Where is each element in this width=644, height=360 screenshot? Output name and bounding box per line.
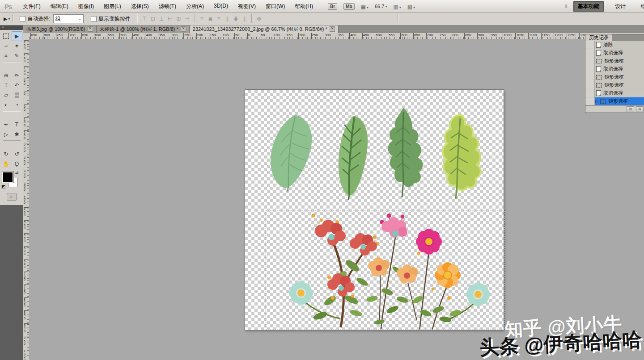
- menu-item[interactable]: 视图(V): [233, 1, 261, 12]
- workspace-button[interactable]: 设计: [611, 1, 630, 12]
- smudge-tool[interactable]: ◐: [1, 100, 12, 110]
- menu-item[interactable]: 窗口(W): [261, 1, 290, 12]
- document-tab[interactable]: 23241023_134932772000_2.jpg @ 66.7% (图层 …: [190, 25, 339, 33]
- new-document-from-state-button[interactable]: ▤: [627, 106, 634, 112]
- view-extras-button[interactable]: ▦▾: [361, 2, 369, 10]
- distribute-bottom-edges-icon[interactable]: ≡: [215, 15, 223, 22]
- new-snapshot-button[interactable]: ⊞: [636, 106, 644, 112]
- arrange-documents-button[interactable]: ▥▾: [393, 2, 401, 10]
- history-brush-tool[interactable]: ↶: [12, 80, 22, 90]
- workspace-button[interactable]: 基本功能: [573, 1, 604, 12]
- history-state-row[interactable]: 矩形选框: [585, 81, 644, 89]
- ruler-tick-label: 2 5 0: [24, 156, 29, 166]
- distribute-vertical-centers-icon[interactable]: ≣: [207, 15, 214, 22]
- screen-mode-button[interactable]: ▧▾: [407, 2, 415, 10]
- align-bottom-edges-icon[interactable]: ⊥: [158, 15, 165, 22]
- document-canvas[interactable]: [245, 89, 504, 331]
- history-state-row[interactable]: 取消选择: [585, 49, 644, 57]
- history-state-row[interactable]: 清除: [585, 41, 644, 49]
- brush-tool[interactable]: ✏: [12, 71, 22, 80]
- history-state-row[interactable]: 取消选择: [585, 89, 644, 97]
- history-state-row[interactable]: 取消选择: [585, 65, 644, 73]
- history-state-row[interactable]: ▷矩形选框: [585, 97, 644, 105]
- lasso-tool[interactable]: ∽: [1, 41, 12, 51]
- type-tool[interactable]: T: [12, 120, 22, 130]
- history-panel-tab[interactable]: 历史记录: [585, 34, 612, 41]
- auto-align-layers-icon[interactable]: ⊛: [255, 15, 263, 22]
- document-tab[interactable]: 临摹3.jpg @ 100%(RGB/8)×: [23, 25, 97, 33]
- show-transform-controls-checkbox[interactable]: [91, 16, 97, 22]
- pen-tool[interactable]: ✒: [1, 120, 12, 130]
- workspace-button[interactable]: 绘: [637, 1, 644, 12]
- close-icon[interactable]: ×: [330, 26, 335, 32]
- clone-stamp-tool[interactable]: ⌶: [1, 80, 12, 90]
- quick-mask-button[interactable]: ○: [7, 193, 17, 201]
- history-brush-source-well[interactable]: [585, 81, 595, 89]
- menu-item[interactable]: 图像(I): [73, 1, 99, 12]
- hand-tool[interactable]: ✋: [1, 159, 12, 169]
- history-brush-source-well[interactable]: [585, 65, 595, 73]
- history-brush-source-well[interactable]: [585, 73, 595, 81]
- horizontal-ruler[interactable]: 8508007507006506005505004504003503002502…: [29, 33, 644, 39]
- launch-bridge-button[interactable]: Br: [328, 3, 337, 10]
- selection-marquee[interactable]: [266, 210, 505, 330]
- align-top-edges-icon[interactable]: ⊤: [141, 15, 148, 22]
- menu-item[interactable]: 滤镜(T): [154, 1, 181, 12]
- zoom-tool[interactable]: Ϙ: [12, 159, 22, 169]
- zoom-level-select[interactable]: 66.7▾: [375, 4, 387, 9]
- align-horizontal-centers-icon[interactable]: ⊞: [175, 15, 182, 22]
- menu-item[interactable]: 分析(A): [181, 1, 209, 12]
- menu-item[interactable]: 编辑(E): [46, 1, 73, 12]
- healing-brush-tool[interactable]: ⊕: [1, 71, 12, 80]
- history-brush-source-well[interactable]: [585, 57, 595, 65]
- distribute-left-edges-icon[interactable]: ∥: [224, 15, 231, 22]
- auto-select-mode-select[interactable]: 组 ⌄: [53, 14, 84, 23]
- align-vertical-centers-icon[interactable]: ⊟: [149, 15, 157, 22]
- swap-colors-icon[interactable]: ⇄: [15, 171, 19, 175]
- ruler-tick-label: 300: [324, 33, 330, 39]
- custom-shape-tool[interactable]: ✱: [12, 130, 22, 139]
- history-state-row[interactable]: 矩形选框: [585, 57, 644, 65]
- path-selection-tool[interactable]: ▷: [1, 130, 12, 139]
- rectangular-marquee-tool[interactable]: [1, 31, 12, 41]
- document-tab[interactable]: 未标题-1 @ 100% (图层 1, RGB/8) *×: [97, 25, 190, 33]
- menu-item[interactable]: 选择(S): [126, 1, 154, 12]
- align-right-edges-icon[interactable]: ⊣: [183, 15, 191, 22]
- vertical-ruler[interactable]: 2 0 01 5 01 0 05 005 01 0 01 5 02 0 02 5…: [23, 39, 30, 360]
- close-icon[interactable]: ×: [88, 26, 93, 32]
- default-colors-icon[interactable]: ◩: [1, 184, 5, 189]
- gradient-tool[interactable]: ▒: [12, 90, 22, 100]
- eraser-tool[interactable]: ▱: [1, 90, 12, 100]
- history-brush-source-well[interactable]: [585, 41, 595, 49]
- close-icon[interactable]: ×: [181, 26, 186, 32]
- 3d-orbit-tool[interactable]: ↺: [12, 149, 22, 159]
- crop-tool[interactable]: ⌗: [1, 51, 12, 61]
- auto-select-checkbox[interactable]: [20, 16, 25, 22]
- history-state-row[interactable]: 矩形选框: [585, 73, 644, 81]
- 3d-rotate-tool[interactable]: ↻: [1, 149, 12, 159]
- launch-mini-bridge-button[interactable]: Mb: [343, 3, 354, 10]
- distribute-right-edges-icon[interactable]: ∥: [241, 15, 248, 22]
- distribute-top-edges-icon[interactable]: ≡: [198, 15, 206, 22]
- crop-icon: ⌗: [4, 53, 8, 59]
- align-left-edges-icon[interactable]: ⊢: [166, 15, 174, 22]
- menu-item[interactable]: 帮助(H): [290, 1, 318, 12]
- distribute-horizontal-centers-icon[interactable]: ⋕: [232, 15, 240, 22]
- dodge-tool[interactable]: ◔: [12, 100, 22, 110]
- arrange-documents-icon: ▥: [393, 4, 398, 10]
- history-brush-source-well[interactable]: [585, 97, 595, 105]
- ruler-origin-corner[interactable]: [23, 33, 30, 39]
- move-tool[interactable]: ▶: [12, 31, 22, 41]
- ruler-tick-label: 6 0 0: [24, 246, 29, 256]
- magic-wand-tool[interactable]: ✶: [12, 41, 22, 51]
- menu-item[interactable]: 3D(D): [209, 1, 233, 12]
- history-brush-source-well[interactable]: [585, 49, 595, 57]
- collapse-dock-button[interactable]: «: [0, 25, 23, 30]
- eyedropper-tool[interactable]: ✎: [12, 51, 22, 61]
- ruler-tick-label: 150: [286, 33, 292, 39]
- menu-item[interactable]: 图层(L): [99, 1, 126, 12]
- current-tool-preset-button[interactable]: ▶ ▾: [4, 16, 10, 22]
- menu-item[interactable]: 文件(F): [18, 1, 45, 12]
- foreground-color-swatch[interactable]: [2, 172, 13, 183]
- history-brush-source-well[interactable]: [585, 89, 595, 97]
